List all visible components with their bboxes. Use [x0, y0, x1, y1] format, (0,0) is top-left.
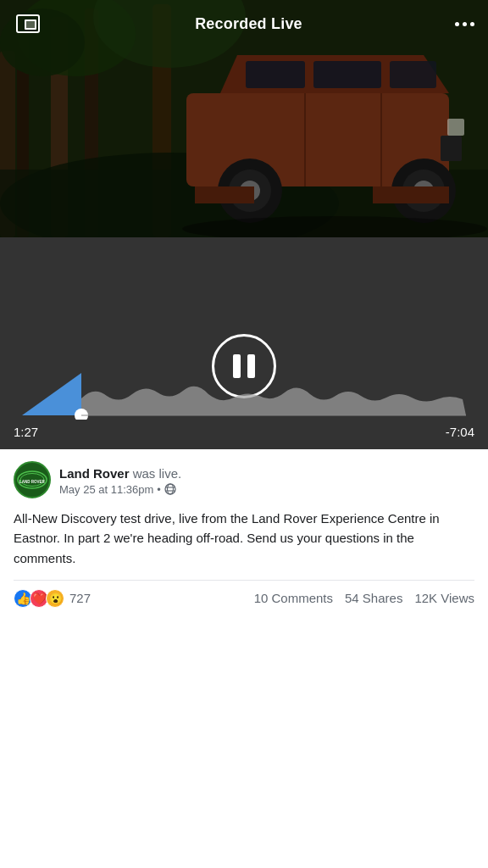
views-count: 12K Views — [414, 591, 474, 605]
reaction-icons: 👍 ❤️ 😮 — [14, 589, 64, 608]
post-date-line: May 25 at 11:36pm • — [59, 483, 474, 496]
current-time: 1:27 — [14, 425, 38, 439]
reactions-right: 10 Comments 54 Shares 12K Views — [254, 591, 474, 605]
svg-marker-30 — [22, 373, 81, 415]
more-dot-2 — [463, 22, 467, 26]
svg-point-37 — [167, 484, 173, 494]
post-date: May 25 at 11:36pm — [59, 483, 153, 496]
video-controls-overlay: 1:27 -7:04 — [0, 237, 488, 449]
reactions-row: 👍 ❤️ 😮 727 10 Comments 54 Shares 12K Vie… — [14, 580, 474, 616]
reactions-left: 👍 ❤️ 😮 727 — [14, 589, 91, 608]
post-was-live-text: was live. — [133, 466, 182, 481]
shares-count[interactable]: 54 Shares — [345, 591, 402, 605]
avatar[interactable]: LAND ROVER — [14, 461, 51, 498]
pip-icon — [16, 14, 40, 33]
globe-icon — [164, 483, 176, 495]
post-description: All-New Discovery test drive, live from … — [14, 509, 474, 568]
time-row: 1:27 -7:04 — [14, 420, 474, 449]
reaction-count[interactable]: 727 — [69, 591, 91, 605]
pip-button[interactable] — [14, 9, 42, 38]
video-title: Recorded Live — [195, 15, 302, 33]
svg-point-36 — [165, 484, 175, 494]
post-author-name[interactable]: Land Rover — [59, 466, 130, 481]
video-player[interactable]: Recorded Live — [0, 0, 488, 449]
post-meta: Land Rover was live. May 25 at 11:36pm • — [59, 465, 474, 496]
svg-text:LAND ROVER: LAND ROVER — [19, 480, 46, 484]
header-bar: Recorded Live — [0, 0, 488, 47]
more-dot-1 — [455, 22, 459, 26]
post-author-line: Land Rover was live. — [59, 465, 474, 482]
comments-count[interactable]: 10 Comments — [254, 591, 333, 605]
post-section: LAND ROVER Land Rover was live. May 25 a… — [0, 449, 488, 616]
waveform-area[interactable]: 1:27 -7:04 — [0, 360, 488, 449]
post-header: LAND ROVER Land Rover was live. May 25 a… — [14, 461, 474, 498]
remaining-time: -7:04 — [446, 425, 474, 439]
more-dot-3 — [470, 22, 474, 26]
waveform-visualizer[interactable] — [14, 360, 474, 420]
wow-reaction-icon: 😮 — [46, 589, 64, 608]
separator: • — [157, 483, 161, 496]
more-options-button[interactable] — [455, 22, 474, 26]
